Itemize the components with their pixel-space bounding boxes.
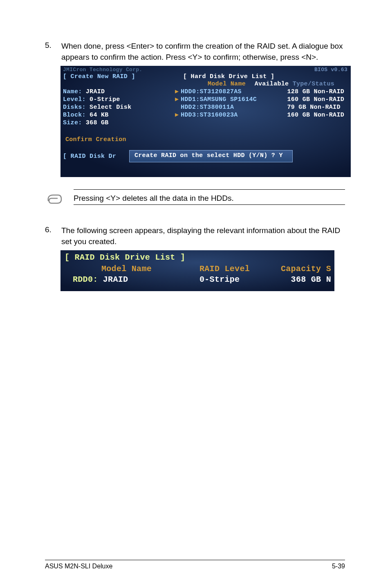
level-label: Level: [63, 96, 86, 103]
hard-disk-list-heading: [ Hard Disk Drive List ] [183, 73, 274, 80]
rdd-value: JRAID [98, 275, 128, 284]
disks-value: Select Disk [86, 104, 132, 111]
selected-marker-icon: ▶ [175, 111, 181, 119]
name-label: Name: [63, 88, 82, 95]
note-rule-top [74, 189, 345, 190]
disks-label: Disks: [63, 104, 86, 111]
drive-label: HDD0: [181, 88, 200, 96]
level-value: 0-Stripe [86, 96, 120, 103]
raid-level-header: RAID Level [199, 264, 250, 274]
drive-capacity: 128 GB Non-RAID [287, 88, 344, 96]
confirm-dialog: Create RAID on the select HDD (Y/N) ? Y [129, 150, 293, 162]
paperclip-note-icon [45, 189, 74, 211]
drive-model: ST3120827AS [200, 88, 242, 96]
confirm-creation-label: Confirm Creation [65, 136, 126, 143]
model-name-header: Model Name [101, 264, 152, 274]
step-text: When done, press <Enter> to confirm the … [61, 41, 345, 63]
block-value: 64 KB [86, 112, 109, 119]
name-value: JRAID [82, 88, 105, 95]
available-white: Available [255, 81, 289, 88]
faded-bios-version: BIOS v0.63 [314, 67, 347, 73]
drive-capacity: 79 GB Non-RAID [287, 103, 344, 111]
bios-create-raid-screenshot: JMICron Technology Corp. BIOS v0.63 [ Cr… [61, 66, 351, 177]
bios-raid-list-screenshot: [ RAID Disk Drive List ] Model Name RAID… [61, 250, 334, 291]
raid-entry: RDD0: JRAID [73, 275, 128, 284]
size-value: 368 GB [82, 119, 109, 126]
note-block: Pressing <Y> deletes all the data in the… [45, 189, 345, 211]
raid-level-value: 0-Stripe [199, 275, 240, 284]
drive-label: HDD2: [181, 103, 200, 111]
step-text: The following screen appears, displaying… [61, 225, 345, 247]
capacity-status-column: 128 GB Non-RAID 160 GB Non-RAID 79 GB No… [287, 88, 344, 119]
drive-list-column: ▶HDD0: ST3120827AS ▶HDD1: SAMSUNG SP1614… [175, 88, 257, 119]
create-new-raid-heading: [ Create New RAID ] [63, 73, 135, 80]
size-label: Size: [63, 119, 82, 126]
footer-product: ASUS M2N-SLI Deluxe [45, 563, 112, 570]
footer-page-number: 5-39 [332, 563, 345, 570]
drive-capacity: 160 GB Non-RAID [287, 111, 344, 119]
step-6: 6. The following screen appears, display… [45, 225, 345, 247]
rdd-label: RDD0: [73, 275, 98, 284]
selected-marker-icon [175, 103, 181, 111]
note-rule-bottom [74, 204, 345, 205]
selected-marker-icon: ▶ [175, 88, 181, 96]
faded-vendor-text: JMICron Technology Corp. [63, 67, 142, 73]
available-header: Available Type/Status [255, 81, 334, 88]
block-label: Block: [63, 112, 86, 119]
step-number: 5. [45, 41, 61, 63]
note-text: Pressing <Y> deletes all the data in the… [74, 192, 345, 204]
drive-label: HDD3: [181, 111, 200, 119]
drive-model: SAMSUNG SP1614C [200, 96, 257, 103]
capacity-header: Capacity S [281, 264, 331, 274]
drive-label: HDD1: [181, 96, 200, 103]
drive-model: ST3160023A [200, 111, 238, 119]
model-name-header: Model Name [208, 81, 246, 88]
step-number: 6. [45, 225, 61, 247]
available-faded: Type/Status [289, 81, 334, 88]
drive-capacity: 160 GB Non-RAID [287, 96, 344, 103]
page-footer: ASUS M2N-SLI Deluxe 5-39 [45, 560, 345, 570]
selected-marker-icon: ▶ [175, 96, 181, 103]
capacity-value: 368 GB N [291, 275, 331, 284]
raid-settings-column: Name: JRAID Level: 0-Stripe Disks: Selec… [63, 88, 131, 127]
raid-disk-heading: [ RAID Disk Dr [63, 153, 116, 160]
step-5: 5. When done, press <Enter> to confirm t… [45, 41, 345, 63]
raid-list-heading: [ RAID Disk Drive List ] [65, 253, 185, 262]
drive-model: ST380011A [200, 103, 234, 111]
